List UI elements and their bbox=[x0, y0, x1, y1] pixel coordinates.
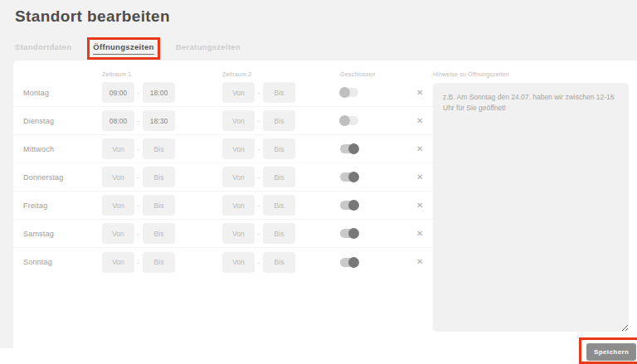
range-dash: - bbox=[255, 201, 263, 209]
zeitraum2-von-input[interactable] bbox=[222, 195, 255, 216]
closed-toggle[interactable] bbox=[340, 144, 358, 153]
closed-toggle[interactable] bbox=[340, 88, 358, 97]
range-dash: - bbox=[134, 201, 143, 209]
schedule-header-row: Zeitraum 1 Zeitraum 2 Geschlossen bbox=[13, 71, 433, 77]
tab-standortdaten[interactable]: Standortdaten bbox=[15, 42, 71, 51]
range-dash: - bbox=[255, 117, 263, 124]
zeitraum1-range: - bbox=[102, 223, 175, 244]
save-button[interactable]: Speichern bbox=[586, 343, 636, 361]
remove-row-icon[interactable]: ✕ bbox=[416, 230, 433, 238]
schedule-row: Samstag - - ✕ bbox=[13, 220, 433, 248]
day-label: Donnerstag bbox=[23, 173, 102, 182]
tab-bar: Standortdaten Öffnungszeiten Beratungsze… bbox=[15, 42, 241, 55]
closed-toggle[interactable] bbox=[340, 229, 358, 238]
zeitraum2-range: - bbox=[222, 82, 295, 103]
zeitraum2-range: - bbox=[222, 110, 295, 131]
zeitraum1-von-input[interactable] bbox=[102, 82, 134, 103]
range-dash: - bbox=[134, 89, 143, 96]
zeitraum2-bis-input[interactable] bbox=[263, 252, 295, 273]
range-dash: - bbox=[134, 145, 143, 153]
zeitraum2-range: - bbox=[222, 223, 295, 244]
closed-toggle[interactable] bbox=[340, 172, 358, 182]
day-label: Mittwoch bbox=[23, 145, 102, 153]
range-dash: - bbox=[255, 145, 263, 153]
closed-toggle[interactable] bbox=[340, 201, 358, 210]
zeitraum1-bis-input[interactable] bbox=[143, 167, 175, 187]
zeitraum2-von-input[interactable] bbox=[222, 138, 255, 159]
remove-row-icon[interactable]: ✕ bbox=[416, 258, 433, 266]
zeitraum1-range: - bbox=[102, 82, 175, 103]
zeitraum2-von-input[interactable] bbox=[222, 82, 255, 103]
toggle-knob bbox=[348, 143, 359, 154]
schedule-row: Dienstag - - ✕ bbox=[13, 107, 433, 135]
zeitraum1-von-input[interactable] bbox=[102, 110, 134, 131]
range-dash: - bbox=[134, 117, 143, 124]
zeitraum1-von-input[interactable] bbox=[102, 223, 134, 244]
zeitraum1-range: - bbox=[102, 138, 175, 159]
schedule-row: Sonntag - - ✕ bbox=[13, 248, 433, 276]
schedule-row: Donnerstag - - ✕ bbox=[13, 163, 433, 192]
remove-row-icon[interactable]: ✕ bbox=[416, 89, 433, 97]
content-card: Zeitraum 1 Zeitraum 2 Geschlossen Montag… bbox=[13, 61, 637, 348]
remove-row-icon[interactable]: ✕ bbox=[416, 117, 433, 125]
toggle-knob bbox=[348, 228, 359, 239]
zeitraum2-bis-input[interactable] bbox=[263, 110, 295, 131]
zeitraum1-von-input[interactable] bbox=[102, 167, 134, 187]
notes-section: Hinweise zu Öffnungszeiten bbox=[433, 71, 629, 332]
notes-label: Hinweise zu Öffnungszeiten bbox=[433, 71, 629, 77]
day-column-header bbox=[23, 71, 102, 77]
zeitraum1-bis-input[interactable] bbox=[143, 223, 175, 244]
remove-row-icon[interactable]: ✕ bbox=[416, 145, 433, 153]
zeitraum2-range: - bbox=[222, 167, 295, 187]
range-dash: - bbox=[255, 230, 263, 237]
range-dash: - bbox=[134, 173, 143, 181]
tab-oeffnungszeiten[interactable]: Öffnungszeiten bbox=[93, 42, 153, 55]
zeitraum1-bis-input[interactable] bbox=[143, 252, 175, 273]
range-dash: - bbox=[255, 259, 263, 266]
schedule-row: Montag - - ✕ bbox=[13, 79, 433, 107]
schedule-row: Freitag - - ✕ bbox=[13, 192, 433, 220]
range-dash: - bbox=[255, 173, 263, 181]
range-dash: - bbox=[134, 230, 143, 237]
zeitraum1-range: - bbox=[102, 195, 175, 216]
day-label: Dienstag bbox=[23, 117, 102, 125]
tab-oeffnungszeiten-label: Öffnungszeiten bbox=[93, 42, 153, 51]
toggle-knob bbox=[339, 115, 350, 126]
zeitraum1-range: - bbox=[102, 110, 175, 131]
geschlossen-header: Geschlossen bbox=[340, 71, 376, 77]
tab-beratungszeiten[interactable]: Beratungszeiten bbox=[176, 42, 241, 51]
zeitraum1-von-input[interactable] bbox=[102, 252, 134, 273]
zeitraum2-bis-input[interactable] bbox=[263, 82, 295, 103]
zeitraum1-von-input[interactable] bbox=[102, 195, 134, 216]
zeitraum1-bis-input[interactable] bbox=[143, 195, 175, 216]
schedule-section: Zeitraum 1 Zeitraum 2 Geschlossen Montag… bbox=[13, 61, 433, 276]
zeitraum1-bis-input[interactable] bbox=[143, 138, 175, 159]
closed-toggle[interactable] bbox=[340, 258, 358, 267]
zeitraum1-von-input[interactable] bbox=[102, 138, 134, 159]
zeitraum1-range: - bbox=[102, 167, 175, 187]
day-label: Sonntag bbox=[23, 258, 102, 266]
zeitraum2-bis-input[interactable] bbox=[263, 167, 295, 187]
closed-toggle[interactable] bbox=[340, 116, 358, 125]
zeitraum2-von-input[interactable] bbox=[222, 223, 255, 244]
remove-row-icon[interactable]: ✕ bbox=[416, 173, 433, 182]
zeitraum2-bis-input[interactable] bbox=[263, 223, 295, 244]
zeitraum2-von-input[interactable] bbox=[222, 110, 255, 131]
zeitraum2-bis-input[interactable] bbox=[263, 195, 295, 216]
zeitraum2-range: - bbox=[222, 138, 295, 159]
range-dash: - bbox=[134, 259, 143, 266]
toggle-knob bbox=[348, 172, 359, 182]
schedule-rows: Montag - - ✕ Dienstag - - ✕ bbox=[13, 79, 433, 276]
notes-textarea[interactable] bbox=[433, 83, 629, 332]
zeitraum2-bis-input[interactable] bbox=[263, 138, 295, 159]
save-button-container: Speichern bbox=[586, 342, 636, 361]
zeitraum1-header: Zeitraum 1 bbox=[102, 71, 175, 77]
remove-row-icon[interactable]: ✕ bbox=[416, 201, 433, 210]
zeitraum2-von-input[interactable] bbox=[222, 167, 255, 187]
zeitraum2-von-input[interactable] bbox=[222, 252, 255, 273]
range-dash: - bbox=[255, 89, 263, 96]
day-label: Samstag bbox=[23, 230, 102, 238]
zeitraum1-bis-input[interactable] bbox=[143, 110, 175, 131]
zeitraum1-range: - bbox=[102, 252, 175, 273]
zeitraum1-bis-input[interactable] bbox=[143, 82, 175, 103]
